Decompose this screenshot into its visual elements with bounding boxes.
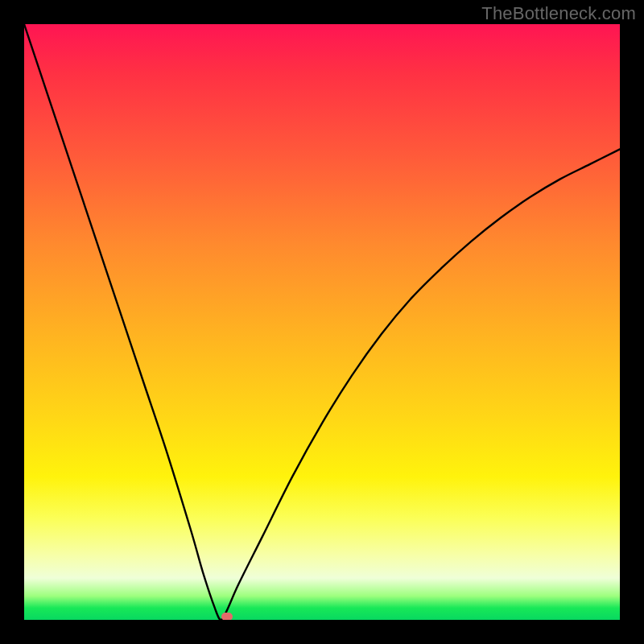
bottleneck-curve [24,24,620,620]
watermark-text: TheBottleneck.com [481,3,636,24]
optimal-point-marker [221,613,233,620]
plot-area [24,24,620,620]
chart-frame: TheBottleneck.com [0,0,644,644]
